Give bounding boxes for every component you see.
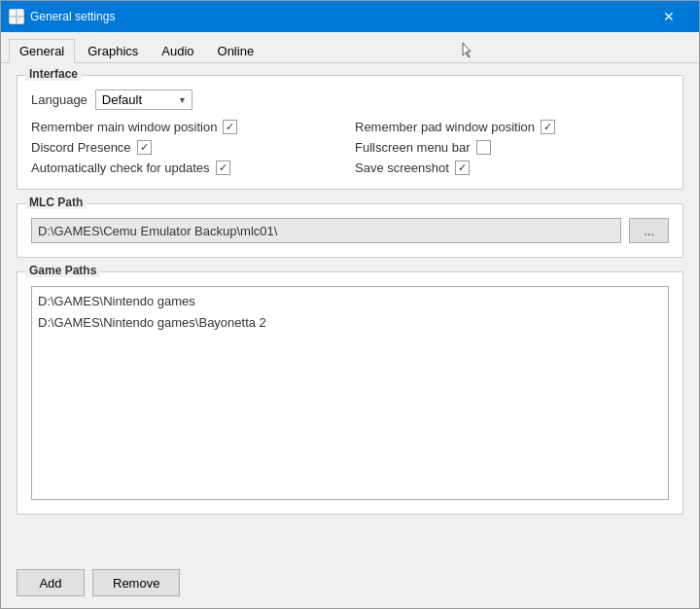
list-item: D:\GAMES\Nintendo games\Bayonetta 2 [38,312,662,334]
svg-marker-4 [463,43,471,57]
cursor-area [266,38,691,62]
mlc-section-title: MLC Path [25,196,87,209]
option-remember-main: Remember main window position [31,120,345,134]
bottom-buttons: Add Remove [1,561,699,608]
svg-rect-2 [10,18,16,23]
option-remember-pad-checkbox[interactable] [541,120,555,134]
option-auto-check-label: Automatically check for updates [31,161,210,175]
game-paths-section: Game Paths D:\GAMES\Nintendo games D:\GA… [17,271,683,515]
list-item: D:\GAMES\Nintendo games [38,291,662,312]
game-paths-list[interactable]: D:\GAMES\Nintendo games D:\GAMES\Nintend… [31,286,669,500]
svg-rect-3 [18,18,23,23]
mlc-browse-button[interactable]: ... [629,218,669,243]
add-button[interactable]: Add [17,569,85,596]
close-button[interactable]: ✕ [647,1,691,32]
tab-general[interactable]: General [9,39,75,63]
option-save-screenshot-checkbox[interactable] [455,161,470,175]
option-fullscreen-menu-checkbox[interactable] [476,140,491,155]
option-discord-label: Discord Presence [31,140,131,155]
interface-section-title: Interface [25,67,82,81]
option-auto-check-checkbox[interactable] [216,161,230,175]
option-discord-checkbox[interactable] [137,140,152,155]
main-content: Interface Language Default Remember main… [1,63,699,561]
svg-rect-1 [18,10,23,16]
game-paths-section-title: Game Paths [25,264,100,277]
mlc-row: ... [31,218,669,243]
option-fullscreen-menu-label: Fullscreen menu bar [355,140,471,155]
option-remember-pad: Remember pad window position [355,120,669,134]
window-title: General settings [30,10,647,23]
tab-audio[interactable]: Audio [151,39,204,63]
svg-rect-0 [10,10,16,16]
remove-button[interactable]: Remove [92,569,180,596]
option-remember-main-label: Remember main window position [31,120,217,134]
language-label: Language [31,92,88,107]
language-row: Language Default [31,90,669,110]
mlc-section: MLC Path ... [17,203,683,258]
language-select[interactable]: Default [95,90,192,110]
option-discord: Discord Presence [31,140,345,155]
option-auto-check: Automatically check for updates [31,161,345,175]
main-window: General settings ✕ General Graphics Audi… [0,0,700,609]
mlc-path-input[interactable] [31,218,621,243]
options-grid: Remember main window position Remember p… [31,120,669,175]
app-icon [9,9,24,24]
option-remember-pad-label: Remember pad window position [355,120,535,134]
tab-online[interactable]: Online [207,39,265,63]
interface-section: Interface Language Default Remember main… [17,75,683,190]
option-save-screenshot: Save screenshot [355,161,669,175]
language-select-wrapper[interactable]: Default [95,90,192,110]
option-fullscreen-menu: Fullscreen menu bar [355,140,669,155]
tab-graphics[interactable]: Graphics [77,39,149,63]
option-remember-main-checkbox[interactable] [223,120,237,134]
option-save-screenshot-label: Save screenshot [355,161,449,175]
title-bar: General settings ✕ [1,1,699,32]
tab-bar: General Graphics Audio Online [1,32,699,63]
